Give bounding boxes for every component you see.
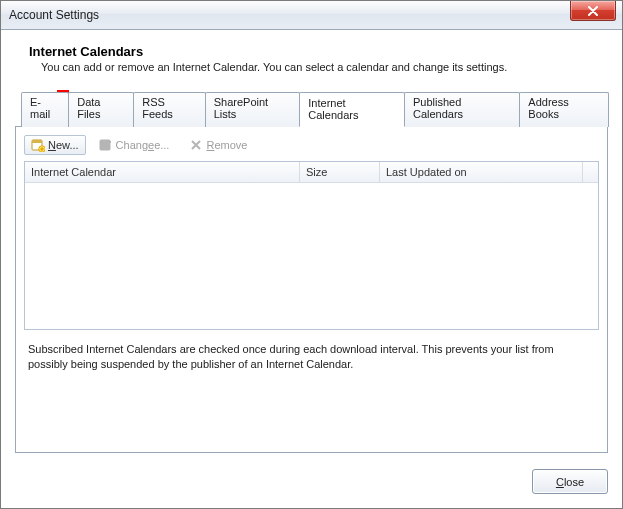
change-button: Changee... [92,135,177,155]
content-area: Internet Calendars You can add or remove… [1,30,622,508]
remove-button-label: Remove [206,139,247,151]
tab-sharepoint-lists[interactable]: SharePoint Lists [205,92,301,127]
footnote-text: Subscribed Internet Calendars are checke… [24,330,599,372]
grid-header: Internet Calendar Size Last Updated on [25,162,598,183]
account-settings-window: Account Settings Internet Calendars You … [0,0,623,509]
change-button-label: Changee... [116,139,170,151]
tabstrip: E-mail Data Files RSS Feeds SharePoint L… [15,91,608,126]
close-icon [588,6,598,16]
close-button-label: Close [556,476,584,488]
tab-published-calendars[interactable]: Published Calendars [404,92,520,127]
new-button[interactable]: New... [24,135,86,155]
section-description: You can add or remove an Internet Calend… [41,61,608,73]
window-title: Account Settings [9,8,99,22]
toolbar: New... Changee... Remove [24,135,599,155]
grid-body [25,183,598,329]
column-header-spacer [583,162,598,182]
calendar-grid: Internet Calendar Size Last Updated on [24,161,599,330]
remove-button: Remove [182,135,254,155]
remove-icon [189,138,203,152]
section-title: Internet Calendars [29,44,608,59]
header-block: Internet Calendars You can add or remove… [15,44,608,73]
tab-email[interactable]: E-mail [21,92,69,127]
tab-rss-feeds[interactable]: RSS Feeds [133,92,206,127]
titlebar: Account Settings [1,1,622,30]
svg-rect-3 [32,140,42,143]
column-header-name[interactable]: Internet Calendar [25,162,300,182]
new-button-label: New... [48,139,79,151]
change-icon [99,138,113,152]
close-window-button[interactable] [570,1,616,21]
close-button[interactable]: Close [532,469,608,494]
tab-page: New... Changee... Remove [15,126,608,453]
dialog-buttons: Close [15,453,608,494]
tab-data-files[interactable]: Data Files [68,92,134,127]
tab-internet-calendars[interactable]: Internet Calendars [299,92,405,127]
column-header-last-updated[interactable]: Last Updated on [380,162,583,182]
tab-address-books[interactable]: Address Books [519,92,609,127]
new-calendar-icon [31,138,45,152]
column-header-size[interactable]: Size [300,162,380,182]
svg-rect-6 [40,148,44,149]
